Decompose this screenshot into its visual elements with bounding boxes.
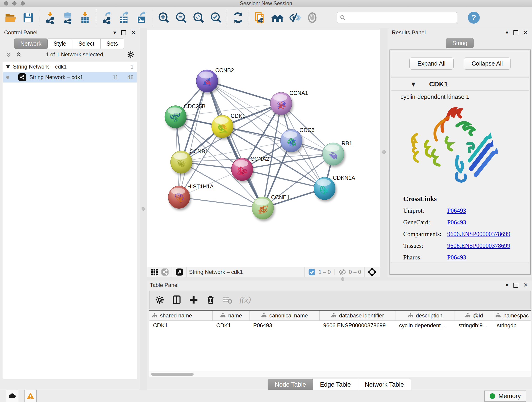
show-columns-icon[interactable] — [172, 295, 182, 305]
close-panel-icon[interactable]: ✕ — [131, 29, 136, 36]
zoom-out-button[interactable] — [174, 11, 188, 25]
delete-table-icon[interactable] — [222, 295, 233, 305]
duplicate-network-button[interactable] — [253, 11, 267, 25]
network-node-CCNA2[interactable]: CCNA2 — [231, 156, 269, 181]
table-gear-icon[interactable] — [155, 295, 165, 305]
panel-menu-caret-icon[interactable]: ▾ — [114, 29, 116, 36]
collapse-all-chevron-icon[interactable] — [5, 51, 12, 58]
column-header[interactable]: shared name — [149, 311, 213, 320]
gene-expander-icon[interactable]: ▼ — [412, 81, 415, 87]
network-node-CDK1[interactable]: CDK1 — [212, 113, 245, 138]
grid-view-icon[interactable] — [151, 268, 158, 276]
close-panel-icon[interactable]: ✕ — [523, 282, 528, 288]
refresh-button[interactable] — [231, 11, 245, 25]
memory-button[interactable]: Memory — [484, 390, 526, 402]
network-node-CDKN1A[interactable]: CDKN1A — [314, 175, 355, 200]
panel-menu-caret-icon[interactable]: ▾ — [506, 29, 508, 36]
column-header[interactable]: description — [395, 311, 455, 320]
export-image-button[interactable] — [135, 11, 149, 25]
hidden-eye-icon[interactable] — [338, 268, 346, 276]
network-node-CCNA1[interactable]: CCNA1 — [270, 90, 308, 115]
right-splitter[interactable] — [380, 28, 388, 277]
genecard-link[interactable]: P06493 — [447, 219, 466, 226]
expand-all-chevron-icon[interactable] — [15, 51, 22, 58]
network-node-CCNB2[interactable]: CCNB2 — [196, 67, 234, 92]
tab-sets[interactable]: Sets — [101, 38, 124, 49]
network-graph[interactable]: CCNB2CCNA1CDC25BCDK1CDC6RB1CCNB1CCNA2CDK… — [147, 30, 380, 267]
add-column-icon[interactable] — [189, 295, 199, 305]
selected-checkbox-icon[interactable] — [308, 268, 316, 276]
tab-style[interactable]: Style — [48, 38, 73, 49]
export-network-button[interactable] — [100, 11, 114, 25]
tab-string-results[interactable]: String — [446, 38, 473, 48]
string-houses-button[interactable] — [270, 11, 285, 25]
network-node-HIST1H1A[interactable]: HIST1H1A — [168, 183, 214, 208]
show-visibility-button[interactable] — [305, 11, 319, 25]
help-button[interactable]: ? — [468, 12, 480, 24]
delete-column-icon[interactable] — [206, 295, 215, 305]
tab-network[interactable]: Network — [14, 38, 48, 49]
network-node-RB1[interactable]: RB1 — [322, 140, 352, 165]
expand-all-button[interactable]: Expand All — [409, 57, 454, 70]
table-row[interactable]: CDK1 CDK1 P06493 9606.ENSP00000378699 cy… — [149, 321, 531, 330]
open-session-button[interactable] — [4, 11, 18, 25]
column-header[interactable]: canonical name — [249, 311, 320, 320]
float-panel-icon[interactable] — [513, 30, 518, 35]
import-table-file-button[interactable] — [78, 11, 92, 25]
hide-visibility-button[interactable] — [288, 11, 302, 25]
scrollbar-thumb[interactable] — [151, 373, 194, 376]
compartments-link[interactable]: 9606.ENSP00000378699 — [447, 230, 510, 238]
network-row[interactable]: String Network – cdk1 11 48 — [3, 72, 137, 83]
zoom-fit-button[interactable] — [191, 11, 206, 25]
collapse-all-button[interactable]: Collapse All — [464, 57, 511, 70]
collection-expander-icon[interactable]: ▼ — [6, 64, 10, 70]
network-edge[interactable] — [179, 81, 207, 197]
open-in-new-icon[interactable] — [176, 268, 183, 276]
column-header[interactable]: @id — [455, 311, 493, 320]
birds-eye-view-icon[interactable] — [368, 268, 376, 276]
panel-menu-caret-icon[interactable]: ▾ — [506, 282, 508, 288]
column-header[interactable]: namespac — [493, 311, 531, 320]
network-collection-row[interactable]: ▼ String Network – cdk1 1 — [3, 61, 137, 72]
tab-network-table[interactable]: Network Table — [358, 379, 411, 391]
zoom-selected-button[interactable] — [209, 11, 223, 25]
network-edge[interactable] — [242, 169, 325, 188]
warning-button[interactable] — [24, 390, 37, 402]
tab-edge-table[interactable]: Edge Table — [313, 379, 358, 391]
splitter-knob[interactable] — [142, 207, 145, 211]
network-edge[interactable] — [207, 81, 263, 208]
pharos-link[interactable]: P06493 — [447, 254, 466, 261]
zoom-out-icon — [175, 12, 187, 24]
gear-icon[interactable] — [127, 51, 135, 58]
zoom-in-button[interactable] — [157, 11, 171, 25]
import-network-database-button[interactable] — [60, 11, 75, 25]
cloud-button[interactable] — [6, 390, 18, 402]
network-edge[interactable] — [207, 81, 281, 103]
string-view-icon[interactable] — [161, 268, 169, 276]
tissues-link[interactable]: 9606.ENSP00000378699 — [447, 242, 510, 249]
crosslink-label: Pharos: — [403, 254, 447, 261]
function-builder-icon[interactable]: f(x) — [239, 295, 251, 305]
tab-node-table[interactable]: Node Table — [268, 379, 313, 391]
float-panel-icon[interactable] — [121, 30, 126, 35]
network-canvas[interactable]: CCNB2CCNA1CDC25BCDK1CDC6RB1CCNB1CCNA2CDK… — [147, 30, 380, 267]
horizontal-splitter[interactable] — [147, 277, 532, 281]
uniprot-link[interactable]: P06493 — [447, 207, 466, 214]
splitter-knob[interactable] — [341, 277, 344, 281]
export-table-button[interactable] — [117, 11, 132, 25]
column-header[interactable]: name — [213, 311, 249, 320]
save-session-button[interactable] — [21, 11, 35, 25]
splitter-knob[interactable] — [382, 150, 386, 154]
network-edge[interactable] — [179, 197, 263, 208]
close-panel-icon[interactable]: ✕ — [523, 29, 528, 36]
search-field[interactable] — [337, 12, 457, 23]
column-header[interactable]: database identifier — [320, 311, 395, 320]
network-edge[interactable] — [222, 127, 333, 154]
tab-select[interactable]: Select — [72, 38, 100, 49]
left-splitter[interactable] — [140, 28, 147, 390]
float-panel-icon[interactable] — [513, 283, 518, 288]
network-node-CCNE1[interactable]: CCNE1 — [252, 194, 290, 219]
horizontal-scrollbar[interactable] — [149, 371, 531, 377]
search-input[interactable] — [348, 14, 454, 21]
import-network-file-button[interactable] — [43, 11, 57, 25]
